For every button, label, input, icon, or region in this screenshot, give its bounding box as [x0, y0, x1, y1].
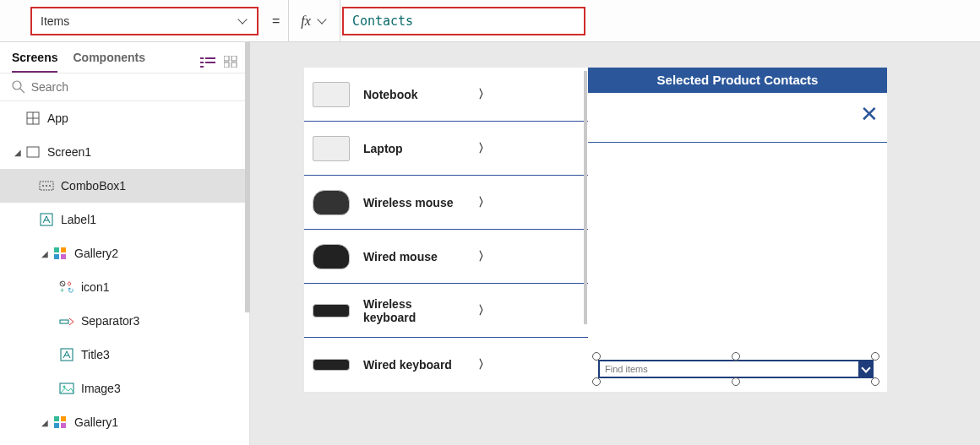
svg-rect-8: [231, 62, 237, 68]
product-gallery: Notebook 〉 Laptop 〉 Wireless mouse 〉 Wir…: [304, 68, 588, 392]
svg-line-25: [61, 282, 64, 285]
svg-rect-32: [54, 416, 59, 421]
list-view-icon[interactable]: [200, 56, 215, 68]
search-icon: [12, 80, 24, 94]
screen-icon: [25, 144, 41, 160]
svg-text:↻: ↻: [68, 286, 74, 294]
svg-rect-21: [61, 247, 66, 252]
chevron-down-icon: [316, 15, 328, 27]
combobox-input[interactable]: Find items: [598, 360, 874, 378]
tree-label: Gallery2: [74, 247, 118, 260]
resize-handle[interactable]: [871, 352, 879, 361]
chevron-right-icon: 〉: [478, 141, 580, 156]
tree-combobox1[interactable]: ComboBox1: [0, 169, 249, 203]
separator-icon: [59, 313, 74, 328]
label-icon: [39, 212, 54, 227]
resize-handle[interactable]: [592, 352, 601, 361]
tree-gallery1[interactable]: ◢ Gallery1: [0, 405, 249, 439]
product-thumb: [313, 82, 350, 107]
fx-button[interactable]: fx: [288, 0, 340, 41]
search-input[interactable]: [31, 80, 237, 94]
property-selector[interactable]: Items: [30, 7, 259, 35]
tree-label: Gallery1: [74, 415, 118, 429]
svg-line-10: [20, 89, 24, 93]
chevron-right-icon: 〉: [478, 87, 580, 102]
contacts-panel: Selected Product Contacts ✕ Find items: [588, 68, 887, 392]
tree-separator3[interactable]: Separator3: [0, 304, 249, 338]
gallery-icon: [52, 415, 68, 430]
tree-icon1[interactable]: +↻ icon1: [0, 270, 249, 304]
chevron-right-icon: 〉: [478, 357, 580, 372]
close-icon[interactable]: ✕: [860, 101, 879, 128]
combobox-icon: [39, 178, 54, 193]
svg-rect-7: [224, 62, 229, 68]
svg-rect-4: [200, 66, 204, 68]
product-thumb: [313, 304, 350, 317]
panel-header: Selected Product Contacts: [588, 68, 887, 93]
gallery-item[interactable]: Laptop 〉: [304, 122, 588, 176]
gallery-item[interactable]: Wired mouse 〉: [304, 230, 588, 284]
combobox-selection[interactable]: Find items: [596, 356, 875, 382]
gallery-scrollbar[interactable]: [584, 71, 587, 324]
product-thumb: [313, 190, 350, 215]
product-label: Wireless mouse: [363, 196, 465, 209]
tab-components[interactable]: Components: [73, 51, 145, 73]
gallery-item[interactable]: Wireless mouse 〉: [304, 176, 588, 230]
tree-gallery2[interactable]: ◢ Gallery2: [0, 236, 249, 270]
app-icon: [25, 111, 41, 126]
tree-label1[interactable]: Label1: [0, 203, 249, 236]
equals-symbol: =: [272, 14, 280, 29]
svg-rect-5: [224, 56, 229, 61]
tree-app[interactable]: App: [0, 101, 249, 135]
resize-handle[interactable]: [732, 352, 740, 361]
svg-rect-6: [231, 56, 237, 61]
svg-rect-20: [54, 247, 59, 252]
chevron-right-icon: 〉: [478, 303, 580, 318]
product-thumb: [313, 244, 350, 269]
separator-line: [588, 142, 887, 143]
svg-rect-23: [61, 254, 66, 259]
tree-screen1[interactable]: ◢ Screen1: [0, 135, 249, 169]
svg-point-9: [13, 81, 21, 90]
tree-image3[interactable]: Image3: [0, 372, 249, 405]
formula-input[interactable]: Contacts: [342, 7, 585, 35]
svg-rect-3: [205, 62, 215, 63]
label-icon: [59, 347, 74, 362]
product-label: Wireless keyboard: [363, 297, 465, 324]
gallery-item[interactable]: Notebook 〉: [304, 68, 588, 122]
image-icon: [59, 381, 74, 396]
svg-point-16: [42, 185, 44, 187]
product-thumb: [313, 136, 350, 161]
tree-panel: Screens Components App ◢: [0, 42, 250, 445]
resize-handle[interactable]: [871, 377, 879, 386]
svg-rect-22: [54, 254, 59, 259]
svg-rect-1: [205, 57, 215, 59]
resize-handle[interactable]: [592, 377, 601, 386]
tree-label: Label1: [61, 213, 96, 226]
svg-rect-34: [54, 423, 59, 428]
gallery-icon: [52, 246, 68, 261]
combobox-placeholder: Find items: [605, 364, 648, 374]
gallery-item[interactable]: Wireless keyboard 〉: [304, 284, 588, 338]
resize-handle[interactable]: [732, 377, 740, 386]
chevron-right-icon: 〉: [478, 195, 580, 210]
formula-bar: Items = fx Contacts: [0, 0, 980, 42]
tree-label: icon1: [81, 280, 109, 294]
product-label: Wired mouse: [363, 250, 465, 263]
tree-label: Screen1: [47, 145, 91, 159]
tab-screens[interactable]: Screens: [12, 51, 57, 73]
tree-label: ComboBox1: [61, 179, 126, 193]
combobox-dropdown-button[interactable]: [858, 360, 874, 378]
icon-group-icon: +↻: [59, 279, 74, 295]
fx-label: fx: [301, 14, 311, 29]
tree-label: Title3: [81, 348, 110, 361]
design-canvas[interactable]: Notebook 〉 Laptop 〉 Wireless mouse 〉 Wir…: [250, 42, 980, 445]
svg-point-31: [63, 386, 66, 388]
grid-view-icon[interactable]: [224, 56, 237, 68]
svg-point-18: [49, 185, 51, 187]
svg-rect-35: [61, 423, 66, 428]
tree-title3[interactable]: Title3: [0, 338, 249, 372]
gallery-item[interactable]: Wired keyboard 〉: [304, 338, 588, 392]
svg-text:+: +: [60, 286, 64, 294]
product-label: Notebook: [363, 88, 465, 101]
